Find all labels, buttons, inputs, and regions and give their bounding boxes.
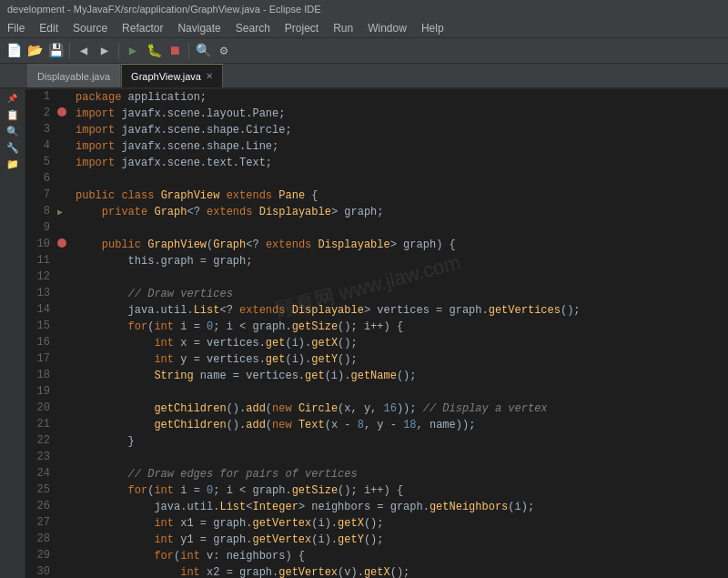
- line-number: 18: [25, 368, 57, 384]
- line-marker: [57, 450, 72, 466]
- table-row: 19: [25, 384, 728, 401]
- code-line: this.graph = graph;: [72, 253, 728, 269]
- tab-displayable[interactable]: Displayable.java: [27, 64, 120, 87]
- line-marker: [57, 417, 72, 433]
- code-line: public class GraphView extends Pane {: [72, 188, 728, 204]
- table-row: 25 for(int i = 0; i < graph.getSize(); i…: [25, 482, 728, 499]
- table-row: 16 int x = vertices.get(i).getX();: [25, 335, 728, 351]
- table-row: 2import javafx.scene.layout.Pane;: [25, 106, 728, 122]
- code-editor[interactable]: 1package application;2import javafx.scen…: [25, 89, 728, 578]
- menu-project[interactable]: Project: [278, 18, 326, 37]
- search-btn[interactable]: 🔍: [193, 41, 213, 61]
- code-line: int x2 = graph.getVertex(v).getX();: [72, 564, 728, 578]
- left-gutter: 📌 📋 🔍 🔧 📁: [0, 89, 25, 578]
- line-marker: [57, 302, 72, 319]
- table-row: 1package application;: [25, 89, 728, 106]
- back-btn[interactable]: ◀: [74, 41, 94, 61]
- line-number: 16: [25, 335, 57, 351]
- table-row: 22 }: [25, 433, 728, 450]
- line-number: 19: [25, 384, 57, 401]
- line-number: 1: [25, 89, 57, 106]
- code-line: private Graph<? extends Displayable> gra…: [72, 204, 728, 220]
- table-row: 7public class GraphView extends Pane {: [25, 188, 728, 204]
- line-number: 25: [25, 482, 57, 499]
- menu-window[interactable]: Window: [360, 18, 414, 37]
- table-row: 21 getChildren().add(new Text(x - 8, y -…: [25, 417, 728, 433]
- line-marker: [57, 351, 72, 368]
- line-number: 27: [25, 515, 57, 532]
- gutter-icon-5[interactable]: 📁: [5, 157, 20, 171]
- line-marker: [57, 368, 72, 384]
- menu-help[interactable]: Help: [414, 18, 451, 37]
- gutter-icon-3[interactable]: 🔍: [5, 124, 20, 138]
- line-number: 29: [25, 548, 57, 564]
- menu-source[interactable]: Source: [66, 18, 115, 37]
- tab-bar: Displayable.java GraphView.java ✕: [0, 64, 728, 89]
- table-row: 23: [25, 450, 728, 466]
- main-area: 📌 📋 🔍 🔧 📁 1package application;2import j…: [0, 89, 728, 578]
- menu-navigate[interactable]: Navigate: [170, 18, 228, 37]
- code-line: for(int i = 0; i < graph.getSize(); i++)…: [72, 319, 728, 335]
- save-btn[interactable]: 💾: [46, 41, 66, 61]
- run-arrow-marker: ▶: [57, 208, 63, 218]
- code-line: package application;: [72, 89, 728, 106]
- line-marker: [57, 335, 72, 351]
- breakpoint-marker: [57, 238, 66, 248]
- code-line: // Draw vertices: [72, 286, 728, 302]
- menu-search[interactable]: Search: [228, 18, 278, 37]
- run-btn[interactable]: ▶: [123, 41, 143, 61]
- gutter-icon-4[interactable]: 🔧: [5, 140, 20, 155]
- menu-run[interactable]: Run: [326, 18, 360, 37]
- menu-edit[interactable]: Edit: [32, 18, 66, 37]
- code-line: import javafx.scene.shape.Circle;: [72, 122, 728, 138]
- line-marker: [57, 548, 72, 564]
- table-row: 11 this.graph = graph;: [25, 253, 728, 269]
- table-row: 30 int x2 = graph.getVertex(v).getX();: [25, 564, 728, 578]
- code-line: int x = vertices.get(i).getX();: [72, 335, 728, 351]
- table-row: 20 getChildren().add(new Circle(x, y, 16…: [25, 401, 728, 417]
- open-btn[interactable]: 📂: [25, 41, 45, 61]
- table-row: 5import javafx.scene.text.Text;: [25, 155, 728, 171]
- line-marker: [57, 253, 72, 269]
- line-number: 17: [25, 351, 57, 368]
- line-number: 9: [25, 220, 57, 237]
- line-marker: [57, 286, 72, 302]
- line-marker: [57, 564, 72, 578]
- line-marker: [57, 384, 72, 401]
- menu-bar: File Edit Source Refactor Navigate Searc…: [0, 18, 728, 38]
- code-line: import javafx.scene.layout.Pane;: [72, 106, 728, 122]
- menu-file[interactable]: File: [0, 18, 32, 37]
- tab-graphview-close[interactable]: ✕: [206, 71, 213, 81]
- code-line: [72, 220, 728, 237]
- line-marker: [57, 269, 72, 286]
- line-marker: [57, 466, 72, 482]
- line-marker: [57, 138, 72, 155]
- line-number: 14: [25, 302, 57, 319]
- gutter-icon-1[interactable]: 📌: [5, 91, 20, 106]
- menu-refactor[interactable]: Refactor: [115, 18, 170, 37]
- line-number: 5: [25, 155, 57, 171]
- code-line: for(int i = 0; i < graph.getSize(); i++)…: [72, 482, 728, 499]
- console-btn[interactable]: ⚙: [214, 41, 234, 61]
- code-table: 1package application;2import javafx.scen…: [25, 89, 728, 578]
- toolbar-sep-3: [188, 43, 189, 59]
- line-marker: [57, 155, 72, 171]
- line-marker: [57, 220, 72, 237]
- new-btn[interactable]: 📄: [4, 41, 24, 61]
- code-line: [72, 171, 728, 188]
- line-marker: [57, 515, 72, 532]
- tab-graphview[interactable]: GraphView.java ✕: [121, 64, 223, 87]
- gutter-icon-2[interactable]: 📋: [5, 107, 20, 122]
- stop-btn[interactable]: ⏹: [165, 41, 185, 61]
- tab-displayable-label: Displayable.java: [37, 71, 110, 82]
- forward-btn[interactable]: ▶: [95, 41, 115, 61]
- toolbar: 📄 📂 💾 ◀ ▶ ▶ 🐛 ⏹ 🔍 ⚙: [0, 38, 728, 64]
- line-number: 8: [25, 204, 57, 220]
- table-row: 15 for(int i = 0; i < graph.getSize(); i…: [25, 319, 728, 335]
- table-row: 10 public GraphView(Graph<? extends Disp…: [25, 237, 728, 253]
- line-number: 6: [25, 171, 57, 188]
- line-number: 12: [25, 269, 57, 286]
- code-line: int x1 = graph.getVertex(i).getX();: [72, 515, 728, 532]
- toolbar-sep-2: [118, 43, 119, 59]
- debug-btn[interactable]: 🐛: [144, 41, 164, 61]
